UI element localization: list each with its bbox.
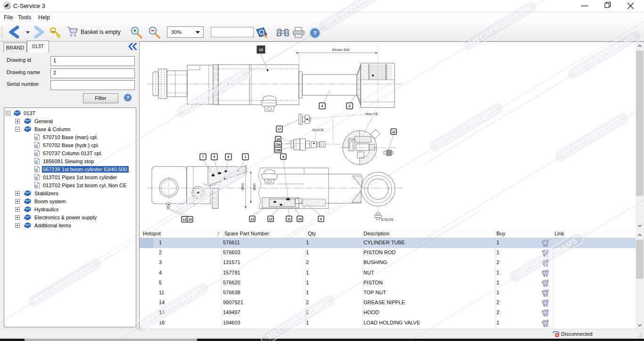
- svg-text:13: 13: [259, 48, 263, 52]
- svg-text:9: 9: [320, 217, 322, 221]
- svg-text:14: 14: [182, 218, 186, 221]
- svg-text:7: 7: [202, 155, 204, 158]
- svg-text:11: 11: [287, 217, 290, 221]
- svg-text:4: 4: [322, 104, 323, 108]
- svg-text:EU/CE: EU/CE: [313, 128, 324, 132]
- svg-text:?: ?: [313, 30, 317, 37]
- svg-text:Non CE: Non CE: [365, 112, 378, 116]
- svg-text:17: 17: [278, 127, 281, 131]
- svg-text:1: 1: [245, 155, 247, 158]
- svg-text:5: 5: [214, 155, 215, 158]
- svg-text:15: 15: [188, 218, 192, 221]
- svg-text:8: 8: [282, 155, 284, 158]
- svg-text:Ø63: Ø63: [240, 183, 245, 190]
- svg-text:16: 16: [276, 138, 280, 141]
- svg-text:576239: 576239: [381, 217, 393, 222]
- svg-text:12: 12: [269, 217, 272, 221]
- svg-text:3: 3: [349, 104, 351, 108]
- svg-text:Ø40: Ø40: [252, 183, 256, 190]
- svg-text:Stroke 500: Stroke 500: [332, 48, 350, 52]
- svg-text:12: 12: [392, 130, 396, 133]
- svg-text:6: 6: [228, 155, 230, 158]
- svg-text:?: ?: [126, 95, 129, 100]
- svg-text:10: 10: [298, 217, 302, 221]
- svg-text:15B: 15B: [275, 149, 281, 152]
- svg-text:15A: 15A: [275, 143, 281, 146]
- svg-text:13: 13: [250, 217, 254, 221]
